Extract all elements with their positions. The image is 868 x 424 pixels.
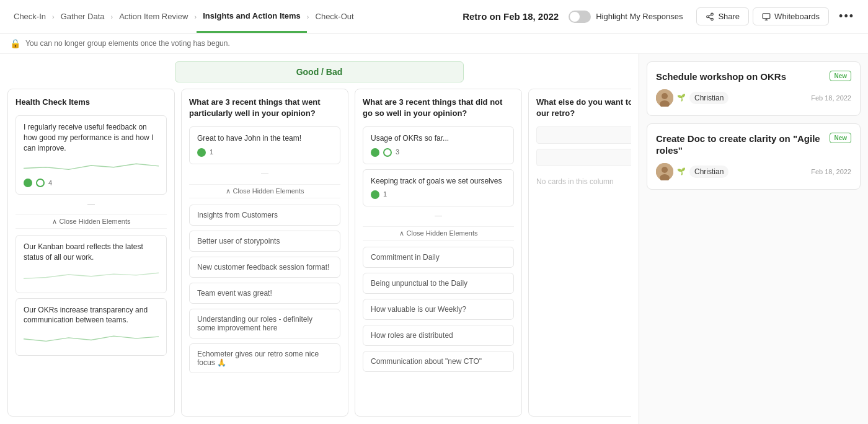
card-health-1: I regularly receive useful feedback on h… xyxy=(16,115,167,195)
assignee-name-2: Christian xyxy=(689,166,728,178)
good-bad-banner: Good / Bad xyxy=(175,61,464,82)
card-went-4-text: New customer feedback session format! xyxy=(197,263,329,272)
card-not-well-2-text: Keeping track of goals we set ourselves xyxy=(371,176,506,187)
close-hidden-went-label: Close Hidden Elements xyxy=(233,187,304,195)
nav-step-gather-data[interactable]: Gather Data xyxy=(55,12,111,21)
card-went-well-1-votes: 1 xyxy=(197,148,332,157)
action-card-2-title: Create Doc to create clarity on "Agile r… xyxy=(656,133,851,157)
action-date-2: Feb 18, 2022 xyxy=(811,168,851,175)
card-went-5: Team event was great! xyxy=(189,283,340,304)
nav-step-check-out[interactable]: Check-Out xyxy=(309,12,360,21)
close-hidden-not-well[interactable]: ∧ Close Hidden Elements xyxy=(363,226,514,241)
svg-point-2 xyxy=(711,18,714,20)
empty-slot-1 xyxy=(536,126,631,144)
card-went-well-1-text: Great to have John in the team! xyxy=(197,133,332,144)
action-card-2-footer: 🌱 Christian Feb 18, 2022 xyxy=(656,163,851,180)
close-hidden-nw-chevron: ∧ xyxy=(399,229,404,237)
nav-step-check-in-label: Check-In xyxy=(14,12,46,21)
card-nw-7: Communication about "new CTO" xyxy=(363,351,514,372)
action-card-2: New Create Doc to create clarity on "Agi… xyxy=(647,123,861,190)
warning-text: You can no longer group elements once th… xyxy=(25,39,230,48)
assignee-wrap-1: 🌱 Christian xyxy=(656,89,728,107)
assignee-name-1: Christian xyxy=(689,92,728,104)
more-icon: ••• xyxy=(839,10,854,23)
card-nw-5: How valuable is our Weekly? xyxy=(363,299,514,320)
card-went-7: Echometer gives our retro some nice focu… xyxy=(189,343,340,373)
whiteboards-button[interactable]: Whiteboards xyxy=(753,7,829,25)
column-went-well: What are 3 recent things that went parti… xyxy=(181,89,348,417)
card-not-well-1-text: Usage of OKRs so far... xyxy=(371,133,506,144)
card-nw-3: Commitment in Daily xyxy=(363,247,514,268)
column-what-else-title: What else do you want to discuss in our … xyxy=(536,97,631,119)
no-cards-label: No cards in this column xyxy=(536,171,631,192)
card-went-2-text: Insights from Customers xyxy=(197,211,278,219)
more-button[interactable]: ••• xyxy=(833,6,861,27)
warning-icon: 🔒 xyxy=(10,38,20,48)
vote-dot-nw-1b xyxy=(383,148,392,157)
action-date-1: Feb 18, 2022 xyxy=(811,94,851,102)
sparkline-3 xyxy=(24,328,159,347)
sparkline-1 xyxy=(24,156,159,175)
svg-point-9 xyxy=(662,93,668,99)
whiteboards-label: Whiteboards xyxy=(774,12,820,21)
column-went-well-title: What are 3 recent things that went parti… xyxy=(189,97,340,119)
nav-step-check-in[interactable]: Check-In xyxy=(7,12,52,21)
close-hidden-went-chevron: ∧ xyxy=(226,187,231,195)
svg-point-0 xyxy=(711,13,714,15)
share-button[interactable]: Share xyxy=(696,7,749,25)
highlight-toggle-label: Highlight My Responses xyxy=(596,12,683,21)
card-not-well-1: Usage of OKRs so far... 3 xyxy=(363,126,514,164)
card-went-7-text: Echometer gives our retro some nice focu… xyxy=(197,350,319,367)
card-health-1-text: I regularly receive useful feedback on h… xyxy=(24,122,159,153)
share-icon xyxy=(706,12,714,21)
vote-count-nw-2: 1 xyxy=(383,190,387,199)
card-went-3: Better user of storypoints xyxy=(189,231,340,252)
divider-not-well: — xyxy=(363,211,514,220)
avatar-2 xyxy=(656,163,673,180)
card-health-2: Our Kanban board reflects the latest sta… xyxy=(16,235,167,293)
retro-label: Retro on Feb 18, 2022 xyxy=(463,11,559,22)
main-content: Good / Bad Health Check Items I regularl… xyxy=(0,54,868,424)
close-hidden-health-chevron: ∧ xyxy=(52,218,57,226)
card-nw-4: Being unpunctual to the Daily xyxy=(363,273,514,294)
card-not-well-2-votes: 1 xyxy=(371,190,506,199)
vote-count-nw-1: 3 xyxy=(396,148,399,157)
card-went-4: New customer feedback session format! xyxy=(189,257,340,278)
svg-point-12 xyxy=(662,167,668,173)
card-nw-4-text: Being unpunctual to the Daily xyxy=(371,279,467,288)
assignee-wrap-2: 🌱 Christian xyxy=(656,163,728,180)
close-hidden-nw-label: Close Hidden Elements xyxy=(407,229,478,237)
action-card-1-footer: 🌱 Christian Feb 18, 2022 xyxy=(656,89,851,107)
nav-step-check-out-label: Check-Out xyxy=(316,12,354,21)
column-not-well: What are 3 recent things that did not go… xyxy=(355,89,522,417)
card-nw-3-text: Commitment in Daily xyxy=(371,253,440,262)
divider-health: — xyxy=(16,200,167,208)
vote-dot-filled xyxy=(24,179,32,187)
column-not-well-title: What are 3 recent things that did not go… xyxy=(363,97,514,119)
highlight-toggle[interactable] xyxy=(569,11,591,23)
nav-step-action-item-review[interactable]: Action Item Review xyxy=(113,12,194,21)
card-went-2: Insights from Customers xyxy=(189,205,340,226)
toggle-knob xyxy=(570,12,580,22)
svg-line-3 xyxy=(709,17,711,18)
column-health-check-title: Health Check Items xyxy=(16,97,167,108)
whiteboard-icon xyxy=(762,12,771,21)
nav-step-insights[interactable]: Insights and Action Items xyxy=(197,0,307,33)
svg-rect-5 xyxy=(763,13,770,18)
card-went-6-text: Understanding our roles - definitely som… xyxy=(197,315,312,332)
action-card-1-badge: New xyxy=(830,71,851,81)
avatar-1 xyxy=(656,89,673,107)
card-nw-5-text: How valuable is our Weekly? xyxy=(371,305,466,314)
divider-went: — xyxy=(189,169,340,178)
card-went-6: Understanding our roles - definitely som… xyxy=(189,309,340,338)
close-hidden-health[interactable]: ∧ Close Hidden Elements xyxy=(16,214,167,229)
close-hidden-went[interactable]: ∧ Close Hidden Elements xyxy=(189,184,340,198)
card-not-well-2: Keeping track of goals we set ourselves … xyxy=(363,169,514,206)
vote-dot-nw-2 xyxy=(371,190,379,199)
vote-count-1: 4 xyxy=(48,179,52,188)
highlight-toggle-wrap[interactable]: Highlight My Responses xyxy=(569,11,683,23)
column-health-check: Health Check Items I regularly receive u… xyxy=(7,89,175,417)
card-went-3-text: Better user of storypoints xyxy=(197,237,280,245)
card-health-3-text: Our OKRs increase transparency and commu… xyxy=(24,305,159,326)
sparkline-2 xyxy=(24,265,159,284)
